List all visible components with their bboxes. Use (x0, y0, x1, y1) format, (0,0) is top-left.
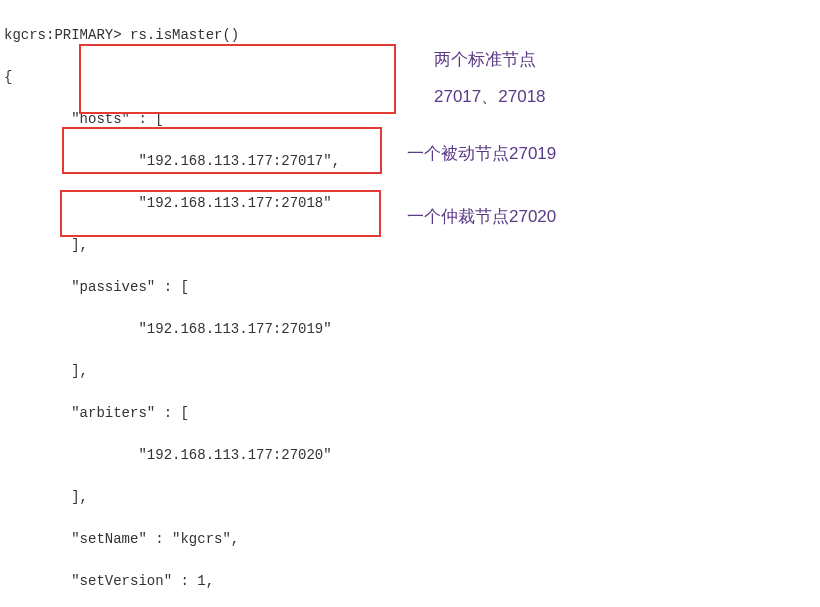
code-line: "192.168.113.177:27019" (4, 319, 816, 340)
code-line: ], (4, 235, 816, 256)
code-line: ], (4, 361, 816, 382)
code-line: kgcrs:PRIMARY> rs.isMaster() (4, 25, 816, 46)
code-line: { (4, 67, 816, 88)
terminal-output: kgcrs:PRIMARY> rs.isMaster() { "hosts" :… (4, 4, 816, 607)
code-line: "setVersion" : 1, (4, 571, 816, 592)
code-line: "hosts" : [ (4, 109, 816, 130)
annotation-arbiter: 一个仲裁节点27020 (407, 204, 556, 230)
code-line: ], (4, 487, 816, 508)
annotation-passive: 一个被动节点27019 (407, 141, 556, 167)
annotation-hosts-ports: 27017、27018 (434, 84, 546, 110)
code-line: "192.168.113.177:27020" (4, 445, 816, 466)
code-line: "setName" : "kgcrs", (4, 529, 816, 550)
code-line: "arbiters" : [ (4, 403, 816, 424)
annotation-hosts-title: 两个标准节点 (434, 47, 536, 73)
code-line: "passives" : [ (4, 277, 816, 298)
